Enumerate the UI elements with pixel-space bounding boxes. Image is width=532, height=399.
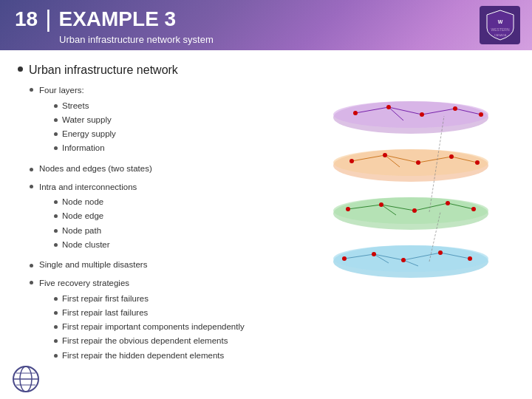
list-item: Energy supply (54, 128, 116, 140)
svg-point-51 (479, 112, 483, 117)
sub-dot (54, 354, 58, 358)
list-item: First repair important components indepe… (54, 321, 245, 333)
list-item: Water supply (54, 114, 116, 126)
svg-point-37 (416, 160, 420, 165)
disasters-label: Single and multiple disasters (39, 259, 147, 271)
sub-dot (54, 214, 58, 218)
svg-point-14 (438, 250, 443, 255)
western-logo-svg: W WESTERN CANADA (484, 9, 516, 41)
header-subtitle: Urban infrastructure network system (59, 34, 214, 45)
main-bullet-urban: Urban infrastructure network (18, 62, 307, 78)
intra-list: Node node Node edge Node path Node (54, 196, 137, 251)
svg-point-49 (420, 112, 424, 117)
svg-point-13 (401, 258, 406, 262)
sub-dot (54, 104, 58, 108)
layer-streets: Streets (62, 100, 89, 112)
example-title: EXAMPLE 3 (58, 7, 176, 31)
sub-dot-4 (30, 264, 33, 267)
sub-dot (54, 243, 58, 247)
node-path: Node path (62, 225, 101, 237)
svg-point-35 (349, 159, 354, 163)
svg-point-15 (468, 256, 472, 261)
svg-point-26 (446, 201, 450, 205)
svg-point-12 (372, 252, 376, 256)
four-layers-bullet: Four layers: Streets Water supply Ene (30, 83, 307, 157)
list-item: First repair the obvious dependent eleme… (54, 335, 245, 347)
disasters-bullet: Single and multiple disasters (30, 259, 307, 271)
svg-point-38 (449, 154, 454, 159)
intra-label: Intra and interconnections (39, 183, 137, 191)
recovery-1: First repair first failures (62, 293, 149, 305)
svg-text:W: W (497, 19, 502, 24)
svg-point-50 (453, 106, 457, 111)
node-edge: Node edge (62, 210, 103, 222)
header-number: 18 | EXAMPLE 3 (15, 5, 214, 33)
list-item: Node node (54, 196, 137, 208)
list-item: First repair last failures (54, 307, 245, 319)
sub-dot-1 (30, 88, 33, 92)
sub-dot (54, 297, 58, 301)
list-item: Information (54, 142, 116, 154)
list-item: First repair first failures (54, 293, 245, 305)
slide-number: 18 (15, 7, 38, 31)
svg-text:CANADA: CANADA (494, 33, 506, 37)
sub-dot-3 (30, 185, 33, 188)
list-item: First repair the hidden dependent elemen… (54, 349, 245, 362)
svg-point-23 (346, 207, 350, 211)
svg-point-17 (333, 197, 488, 224)
list-item: Node cluster (54, 239, 137, 251)
logo: W WESTERN CANADA (480, 6, 520, 44)
header: 18 | EXAMPLE 3 Urban infrastructure netw… (0, 0, 532, 50)
svg-point-48 (386, 105, 391, 109)
svg-point-47 (353, 111, 358, 115)
recovery-bullet: Five recovery strategies First repair fi… (30, 276, 307, 365)
node-cluster: Node cluster (62, 239, 110, 251)
sub-dot (54, 229, 58, 233)
recovery-label: Five recovery strategies (39, 279, 129, 287)
svg-point-25 (412, 208, 417, 213)
list-item: Node edge (54, 210, 137, 222)
svg-point-29 (333, 149, 488, 176)
four-layers-label: Four layers: (39, 86, 84, 95)
recovery-4: First repair the obvious dependent eleme… (62, 335, 228, 347)
indent-block: Four layers: Streets Water supply Ene (30, 83, 307, 365)
header-title-block: 18 | EXAMPLE 3 Urban infrastructure netw… (15, 5, 214, 45)
bullet-dot (18, 66, 23, 72)
globe-icon (12, 365, 40, 393)
nodes-bullet: Nodes and edges (two states) (30, 163, 307, 175)
svg-point-39 (475, 160, 480, 165)
sub-dot (54, 339, 58, 343)
recovery-5: First repair the hidden dependent elemen… (62, 349, 224, 362)
svg-point-24 (379, 202, 383, 207)
left-column: Urban infrastructure network Four layers… (18, 62, 307, 369)
list-item: Node path (54, 225, 137, 237)
recovery-3: First repair important components indepe… (62, 321, 245, 333)
sub-dot-5 (30, 281, 33, 284)
node-node: Node node (62, 196, 103, 208)
sub-dot (54, 118, 58, 122)
right-column (322, 62, 514, 369)
sub-dot (54, 325, 58, 329)
svg-point-27 (471, 207, 476, 211)
urban-network-label: Urban infrastructure network (29, 62, 178, 78)
layer-energy: Energy supply (62, 128, 116, 140)
nodes-label: Nodes and edges (two states) (39, 163, 152, 175)
sub-dot (54, 146, 58, 150)
layer-information: Information (62, 142, 105, 154)
list-item: Streets (54, 100, 116, 112)
svg-point-36 (383, 153, 387, 157)
network-diagram-svg (322, 69, 507, 328)
sub-dot (54, 132, 58, 136)
intra-bullet: Intra and interconnections Node node Nod… (30, 180, 307, 254)
recovery-list: First repair first failures First repair… (54, 293, 245, 362)
sub-dot (54, 311, 58, 315)
sub-dot (54, 200, 58, 204)
four-layers-list: Streets Water supply Energy supply (54, 100, 116, 155)
layer-water: Water supply (62, 114, 112, 126)
bottom-icons (12, 365, 40, 393)
svg-text:WESTERN: WESTERN (491, 27, 509, 32)
content-area: Urban infrastructure network Four layers… (0, 50, 532, 378)
divider: | (45, 5, 51, 33)
sub-dot-2 (30, 168, 33, 171)
svg-point-11 (342, 256, 347, 261)
